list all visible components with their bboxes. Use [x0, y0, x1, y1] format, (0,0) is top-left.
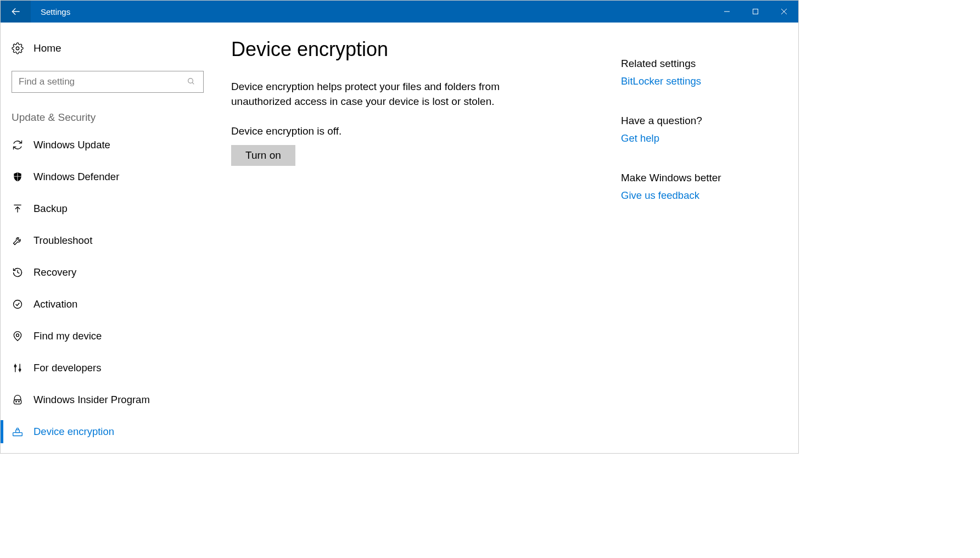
minimize-icon: [724, 8, 730, 15]
svg-point-2: [16, 47, 19, 50]
give-feedback-link[interactable]: Give us feedback: [621, 189, 775, 202]
svg-point-8: [16, 334, 19, 337]
content-area: Device encryption Device encryption help…: [217, 23, 798, 453]
maximize-icon: [752, 8, 759, 15]
sidebar-item-recovery[interactable]: Recovery: [1, 256, 217, 288]
tools-icon: [12, 362, 24, 374]
sidebar-item-label: For developers: [33, 362, 101, 374]
page-description: Device encryption helps protect your fil…: [231, 80, 506, 109]
sidebar-item-label: Windows Update: [33, 139, 110, 151]
window-titlebar: Settings: [1, 1, 798, 23]
encryption-status: Device encryption is off.: [231, 125, 610, 137]
related-settings-heading: Related settings: [621, 58, 775, 70]
svg-point-12: [16, 401, 17, 403]
sidebar-item-device-encryption[interactable]: Device encryption: [1, 416, 217, 448]
sidebar-item-for-developers[interactable]: For developers: [1, 352, 217, 384]
body: Home Update & Security Windows Update: [1, 23, 798, 453]
upload-arrow-icon: [12, 203, 24, 215]
svg-point-7: [14, 300, 22, 309]
svg-rect-1: [753, 9, 758, 14]
ninja-cat-icon: [12, 394, 24, 406]
maximize-button[interactable]: [741, 1, 770, 23]
sidebar-item-label: Backup: [33, 203, 68, 215]
back-button[interactable]: [1, 1, 31, 23]
minimize-button[interactable]: [713, 1, 741, 23]
close-button[interactable]: [770, 1, 798, 23]
sidebar-item-windows-insider[interactable]: Windows Insider Program: [1, 384, 217, 416]
aside-column: Related settings BitLocker settings Have…: [610, 38, 775, 453]
svg-rect-11: [14, 400, 21, 404]
check-circle-icon: [12, 298, 24, 310]
question-heading: Have a question?: [621, 115, 775, 127]
wrench-icon: [12, 235, 24, 247]
feedback-heading: Make Windows better: [621, 172, 775, 184]
lock-drive-icon: [12, 426, 24, 438]
sidebar-item-windows-defender[interactable]: Windows Defender: [1, 161, 217, 193]
sidebar-item-label: Recovery: [33, 266, 76, 278]
sidebar-item-label: Activation: [33, 298, 77, 310]
bitlocker-settings-link[interactable]: BitLocker settings: [621, 75, 775, 87]
get-help-link[interactable]: Get help: [621, 132, 775, 144]
sync-icon: [12, 139, 24, 151]
sidebar-item-windows-update[interactable]: Windows Update: [1, 129, 217, 161]
feedback-group: Make Windows better Give us feedback: [621, 172, 775, 202]
sidebar-item-troubleshoot[interactable]: Troubleshoot: [1, 225, 217, 256]
sidebar-home[interactable]: Home: [1, 34, 217, 63]
sidebar-item-label: Windows Insider Program: [33, 394, 150, 406]
location-icon: [12, 330, 24, 342]
sidebar-item-label: Device encryption: [33, 426, 114, 438]
sidebar-item-label: Troubleshoot: [33, 235, 92, 247]
svg-rect-14: [13, 433, 23, 436]
sidebar-item-label: Windows Defender: [33, 171, 119, 183]
question-group: Have a question? Get help: [621, 115, 775, 144]
sidebar-item-label: Find my device: [33, 330, 102, 342]
svg-line-4: [192, 82, 194, 84]
shield-icon: [12, 171, 24, 183]
page-title: Device encryption: [231, 38, 610, 61]
svg-rect-15: [16, 430, 20, 433]
sidebar-item-activation[interactable]: Activation: [1, 288, 217, 320]
sidebar-item-find-my-device[interactable]: Find my device: [1, 320, 217, 352]
sidebar: Home Update & Security Windows Update: [1, 23, 217, 453]
search-icon: [187, 77, 197, 87]
close-icon: [781, 8, 787, 15]
window-title: Settings: [31, 1, 80, 23]
main-column: Device encryption Device encryption help…: [231, 38, 610, 453]
sidebar-home-label: Home: [33, 42, 61, 54]
related-settings-group: Related settings BitLocker settings: [621, 58, 775, 87]
settings-window: Settings Home: [0, 0, 799, 454]
turn-on-button[interactable]: Turn on: [231, 145, 295, 166]
search-container: [1, 63, 217, 93]
gear-icon: [12, 42, 24, 54]
svg-point-3: [188, 79, 193, 83]
arrow-left-icon: [10, 6, 21, 17]
search-input[interactable]: [19, 76, 187, 87]
sidebar-item-backup[interactable]: Backup: [1, 193, 217, 225]
sidebar-section-title: Update & Security: [1, 93, 217, 129]
history-icon: [12, 266, 24, 278]
svg-point-13: [19, 401, 20, 403]
search-box[interactable]: [12, 71, 204, 93]
